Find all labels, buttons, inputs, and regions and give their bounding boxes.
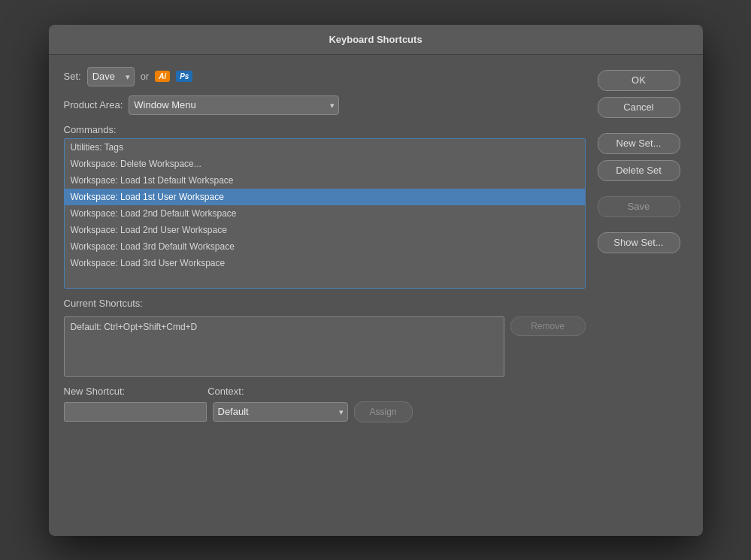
keyboard-shortcuts-dialog: Keyboard Shortcuts Set: Dave or Ai Ps Pr… [49, 25, 703, 536]
save-button[interactable]: Save [598, 196, 680, 217]
current-shortcuts-label: Current Shortcuts: [64, 298, 586, 309]
shortcuts-textarea[interactable] [64, 316, 504, 377]
product-area-select[interactable]: Window Menu [129, 95, 339, 115]
remove-button[interactable]: Remove [510, 316, 586, 336]
list-item[interactable]: Workspace: Load 2nd User Workspace [65, 222, 585, 238]
product-area-select-wrapper: Window Menu [129, 95, 339, 115]
context-label: Context: [207, 386, 244, 397]
list-item[interactable]: Workspace: Load 2nd Default Workspace [65, 205, 585, 222]
or-label: or [141, 71, 150, 82]
new-shortcut-input[interactable] [64, 402, 207, 422]
new-shortcut-section: New Shortcut: Context: DefaultApplicatio… [64, 386, 586, 422]
commands-label: Commands: [64, 124, 586, 135]
list-item[interactable]: Workspace: Load 1st Default Workspace [65, 172, 585, 189]
commands-section: Commands: Utilities: TagsWorkspace: Dele… [64, 124, 586, 289]
set-select-wrapper: Dave [87, 67, 135, 86]
product-area-label: Product Area: [64, 99, 123, 110]
list-item[interactable]: Workspace: Load 1st User Workspace [65, 189, 585, 205]
context-select-wrapper: DefaultApplicationSelectionLayer [213, 402, 348, 422]
dialog-title: Keyboard Shortcuts [49, 25, 703, 55]
new-shortcut-label: New Shortcut: [64, 386, 126, 397]
list-item[interactable]: Workspace: Load 3rd User Workspace [65, 255, 585, 271]
product-area-row: Product Area: Window Menu [64, 95, 586, 115]
current-shortcuts-section: Current Shortcuts: Remove [64, 298, 586, 377]
set-select[interactable]: Dave [87, 67, 135, 86]
new-set-button[interactable]: New Set... [598, 133, 680, 154]
dialog-left-panel: Set: Dave or Ai Ps Product Area: Window … [64, 67, 586, 521]
dialog-right-panel: OK Cancel New Set... Delete Set Save Sho… [598, 67, 688, 521]
ai-icon-badge[interactable]: Ai [155, 71, 170, 82]
list-item[interactable]: Workspace: Load 3rd Default Workspace [65, 238, 585, 255]
delete-set-button[interactable]: Delete Set [598, 160, 680, 181]
context-select[interactable]: DefaultApplicationSelectionLayer [213, 402, 348, 422]
ps-icon-badge[interactable]: Ps [176, 71, 192, 82]
shortcuts-row: Remove [64, 316, 586, 377]
list-item[interactable]: Utilities: Tags [65, 139, 585, 156]
set-label: Set: [64, 71, 81, 82]
commands-list[interactable]: Utilities: TagsWorkspace: Delete Workspa… [64, 138, 586, 289]
set-row: Set: Dave or Ai Ps [64, 67, 586, 86]
shortcut-inputs-row: DefaultApplicationSelectionLayer Assign [64, 401, 586, 422]
ok-button[interactable]: OK [598, 70, 680, 91]
show-set-button[interactable]: Show Set... [598, 232, 680, 253]
shortcut-labels-row: New Shortcut: Context: [64, 386, 586, 397]
assign-button[interactable]: Assign [354, 401, 413, 422]
list-item[interactable]: Workspace: Delete Workspace... [65, 156, 585, 172]
cancel-button[interactable]: Cancel [598, 97, 680, 118]
